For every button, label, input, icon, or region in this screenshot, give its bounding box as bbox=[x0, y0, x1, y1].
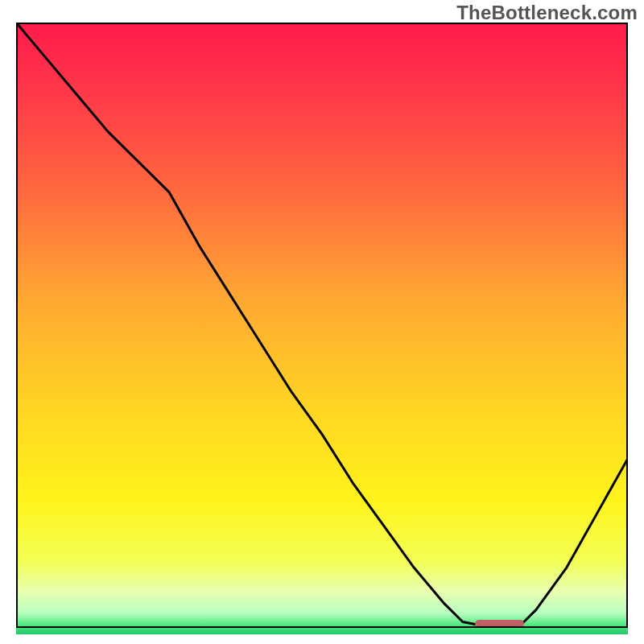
curve-polyline bbox=[16, 23, 628, 628]
plot-area bbox=[16, 23, 628, 628]
sweet-spot-marker bbox=[475, 620, 524, 628]
chart-canvas: TheBottleneck.com bbox=[0, 0, 644, 644]
watermark-text: TheBottleneck.com bbox=[456, 2, 638, 24]
bottleneck-curve bbox=[16, 23, 628, 628]
